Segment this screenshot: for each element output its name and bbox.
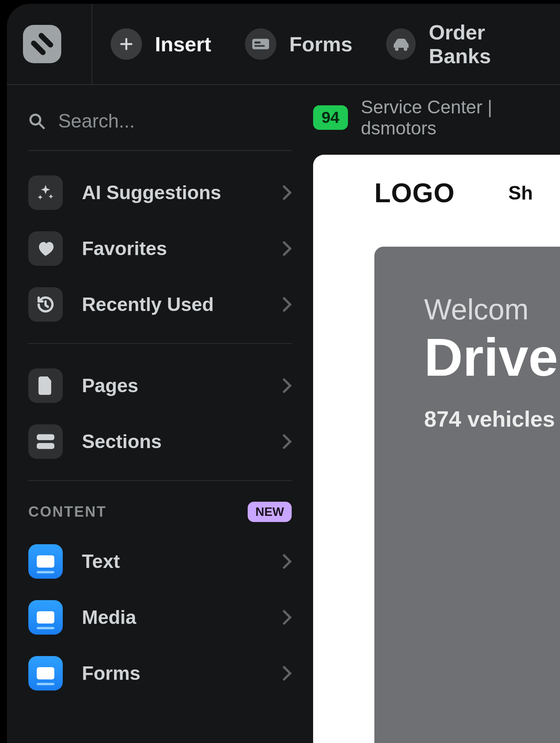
car-icon — [386, 28, 416, 60]
canvas-header: 94 Service Center | dsmotors — [313, 100, 560, 135]
preview-nav-item[interactable]: Sh — [508, 182, 533, 204]
svg-rect-7 — [37, 443, 54, 449]
sidebar-item-label: Pages — [82, 375, 263, 397]
sidebar-item-label: AI Suggestions — [82, 182, 263, 204]
chevron-right-icon — [282, 666, 292, 681]
topbar: Insert Forms Order Banks — [7, 4, 560, 85]
plus-icon — [111, 28, 142, 60]
chevron-right-icon — [282, 297, 292, 312]
tab-label: Forms — [289, 32, 353, 56]
tab-forms[interactable]: Forms — [245, 28, 353, 60]
svg-rect-0 — [252, 39, 269, 49]
score-badge[interactable]: 94 — [313, 105, 348, 130]
section-title: CONTENT — [28, 504, 107, 520]
sidebar-item-label: Media — [82, 606, 263, 628]
content-media-icon — [28, 600, 63, 635]
sidebar-item-label: Sections — [82, 430, 263, 453]
chevron-right-icon — [282, 185, 292, 200]
sidebar-item-recently-used[interactable]: Recently Used — [28, 277, 292, 332]
sparkle-icon — [28, 175, 63, 210]
divider — [28, 150, 292, 151]
history-icon — [28, 287, 63, 322]
hero-welcome: Welcom — [424, 293, 560, 326]
sidebar-item-favorites[interactable]: Favorites — [28, 221, 292, 277]
chevron-right-icon — [282, 554, 292, 569]
canvas: 94 Service Center | dsmotors LOGO Sh Wel… — [313, 85, 560, 743]
sidebar-item-pages[interactable]: Pages — [28, 358, 292, 414]
chevron-right-icon — [282, 241, 292, 256]
divider — [28, 480, 292, 481]
sidebar-item-text[interactable]: Text — [28, 534, 292, 589]
sidebar-item-ai-suggestions[interactable]: AI Suggestions — [28, 165, 292, 221]
sidebar-item-content-forms[interactable]: Forms — [28, 645, 292, 701]
svg-point-3 — [395, 47, 398, 51]
breadcrumb[interactable]: Service Center | dsmotors — [361, 97, 552, 139]
app-logo[interactable] — [23, 4, 92, 84]
hero-headline: Drive — [424, 329, 560, 385]
sidebar-item-label: Favorites — [82, 237, 263, 260]
content-forms-icon — [28, 656, 63, 691]
app-logo-icon — [23, 25, 61, 63]
sidebar-item-label: Forms — [82, 662, 263, 684]
svg-point-4 — [403, 47, 407, 51]
preview-header: LOGO Sh — [374, 178, 560, 208]
sidebar-item-label: Recently Used — [82, 293, 263, 316]
search-row[interactable] — [28, 103, 292, 139]
chevron-right-icon — [282, 610, 292, 625]
divider — [28, 343, 292, 344]
sidebar: AI Suggestions Favorites — [7, 85, 313, 743]
search-input[interactable] — [58, 110, 297, 132]
svg-rect-6 — [37, 434, 54, 440]
tab-label: Insert — [155, 32, 211, 56]
new-badge: NEW — [248, 502, 292, 522]
chevron-right-icon — [282, 378, 292, 393]
page-icon — [28, 368, 63, 403]
sections-icon — [28, 424, 63, 459]
tab-insert[interactable]: Insert — [111, 28, 211, 60]
hero-subline: 874 vehicles — [424, 406, 560, 432]
search-icon — [28, 113, 45, 129]
tab-label: Order Banks — [429, 20, 546, 68]
tab-order-banks[interactable]: Order Banks — [386, 20, 546, 68]
content-text-icon — [28, 544, 63, 579]
form-icon — [245, 28, 276, 60]
svg-rect-1 — [254, 41, 261, 44]
preview-frame[interactable]: LOGO Sh Welcom Drive 874 vehicles — [313, 155, 560, 743]
section-header-content: CONTENT NEW — [28, 502, 292, 522]
heart-icon — [28, 231, 63, 266]
chevron-right-icon — [282, 434, 292, 449]
sidebar-item-label: Text — [82, 550, 263, 573]
svg-rect-2 — [254, 45, 265, 47]
preview-logo[interactable]: LOGO — [374, 178, 455, 208]
sidebar-item-media[interactable]: Media — [28, 589, 292, 645]
sidebar-item-sections[interactable]: Sections — [28, 414, 292, 470]
preview-hero: Welcom Drive 874 vehicles — [374, 247, 560, 743]
